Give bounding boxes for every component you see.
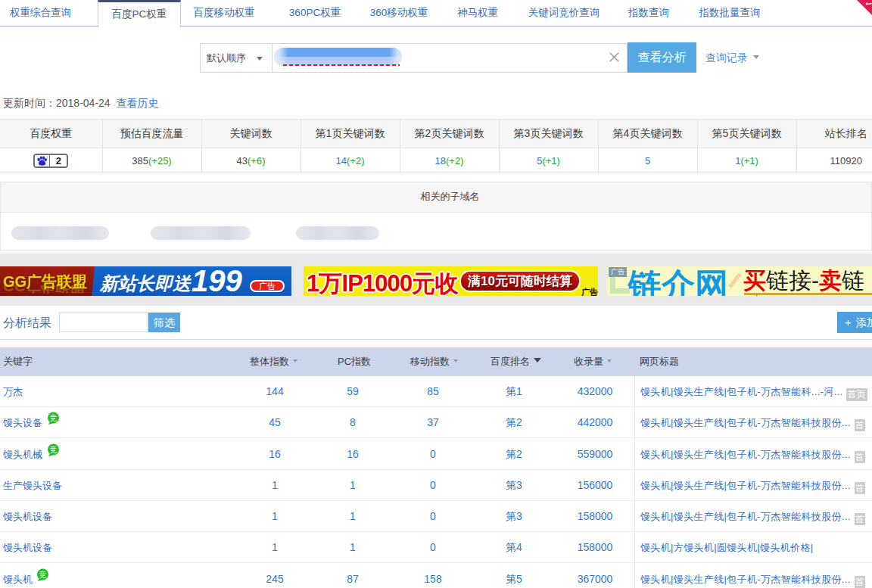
svg-text:竞: 竞 (50, 414, 58, 422)
svg-text:竞: 竞 (50, 446, 58, 454)
svg-text:竞: 竞 (39, 571, 47, 579)
